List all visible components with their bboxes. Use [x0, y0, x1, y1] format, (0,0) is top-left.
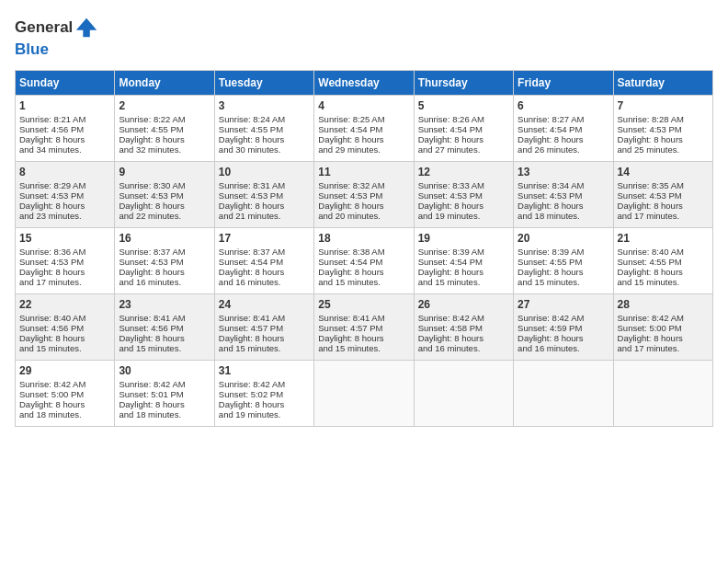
day-number: 3 [219, 99, 310, 112]
day-number: 8 [19, 166, 110, 178]
day-info-line: and 16 minutes. [219, 277, 310, 287]
day-info-line: Sunrise: 8:42 AM [518, 313, 609, 323]
day-info-line: Sunrise: 8:32 AM [318, 180, 409, 190]
day-info-line: Sunset: 4:55 PM [119, 124, 210, 134]
day-info-line: and 29 minutes. [318, 144, 409, 155]
day-number: 1 [19, 99, 110, 112]
day-number: 9 [119, 166, 210, 178]
header: General Blue [15, 15, 713, 59]
day-number: 15 [19, 232, 110, 245]
calendar-cell: 30Sunrise: 8:42 AMSunset: 5:01 PMDayligh… [115, 360, 214, 426]
day-info-line: Daylight: 8 hours [318, 134, 409, 144]
day-info-line: Sunset: 5:00 PM [19, 389, 110, 399]
calendar-cell: 25Sunrise: 8:41 AMSunset: 4:57 PMDayligh… [314, 293, 414, 360]
day-info-line: and 23 minutes. [19, 211, 110, 221]
day-info-line: Sunset: 4:54 PM [418, 124, 509, 134]
day-info-line: Sunset: 4:57 PM [318, 323, 409, 333]
calendar-cell: 11Sunrise: 8:32 AMSunset: 4:53 PMDayligh… [314, 161, 414, 227]
day-info-line: Sunrise: 8:37 AM [219, 247, 310, 257]
calendar-cell: 26Sunrise: 8:42 AMSunset: 4:58 PMDayligh… [414, 293, 513, 360]
day-number: 14 [618, 166, 709, 178]
calendar-cell: 4Sunrise: 8:25 AMSunset: 4:54 PMDaylight… [314, 95, 414, 161]
calendar-week-3: 15Sunrise: 8:36 AMSunset: 4:53 PMDayligh… [16, 227, 713, 293]
day-info-line: Sunrise: 8:38 AM [318, 247, 409, 257]
day-info-line: Sunrise: 8:34 AM [518, 180, 609, 190]
day-number: 31 [219, 364, 310, 377]
day-info-line: Daylight: 8 hours [19, 267, 110, 277]
day-info-line: Sunrise: 8:42 AM [19, 379, 110, 389]
day-number: 2 [119, 99, 210, 112]
day-info-line: and 15 minutes. [418, 277, 509, 287]
day-info-line: and 20 minutes. [318, 211, 409, 221]
day-info-line: Sunset: 4:53 PM [119, 257, 210, 267]
day-number: 27 [518, 298, 609, 311]
calendar-body: 1Sunrise: 8:21 AMSunset: 4:56 PMDaylight… [16, 95, 713, 426]
calendar-week-5: 29Sunrise: 8:42 AMSunset: 5:00 PMDayligh… [16, 360, 713, 426]
calendar-cell: 21Sunrise: 8:40 AMSunset: 4:55 PMDayligh… [613, 227, 712, 293]
day-info-line: Sunset: 4:59 PM [518, 323, 609, 333]
header-cell-friday: Friday [514, 70, 613, 95]
day-info-line: Daylight: 8 hours [518, 333, 609, 343]
day-info-line: and 15 minutes. [119, 343, 210, 353]
day-info-line: Sunset: 4:54 PM [219, 257, 310, 267]
day-info-line: Daylight: 8 hours [219, 201, 310, 211]
calendar-cell: 12Sunrise: 8:33 AMSunset: 4:53 PMDayligh… [414, 161, 513, 227]
day-number: 19 [418, 232, 509, 245]
day-info-line: and 32 minutes. [119, 144, 210, 155]
calendar-header-row: SundayMondayTuesdayWednesdayThursdayFrid… [16, 70, 713, 95]
calendar-container: General Blue SundayMondayTuesdayWednesda… [0, 0, 728, 434]
day-info-line: Sunset: 4:53 PM [618, 190, 709, 201]
day-info-line: and 17 minutes. [618, 343, 709, 353]
day-info-line: Daylight: 8 hours [19, 201, 110, 211]
logo-general: General [15, 18, 73, 36]
day-info-line: and 17 minutes. [618, 211, 709, 221]
day-info-line: and 30 minutes. [219, 144, 310, 155]
day-number: 10 [219, 166, 310, 178]
day-info-line: and 18 minutes. [518, 211, 609, 221]
day-info-line: Sunset: 4:53 PM [418, 190, 509, 201]
day-info-line: and 22 minutes. [119, 211, 210, 221]
day-info-line: Daylight: 8 hours [119, 333, 210, 343]
day-info-line: and 26 minutes. [518, 144, 609, 155]
day-info-line: Daylight: 8 hours [518, 201, 609, 211]
day-info-line: Daylight: 8 hours [618, 201, 709, 211]
logo-icon [74, 15, 100, 40]
calendar-cell: 10Sunrise: 8:31 AMSunset: 4:53 PMDayligh… [214, 161, 313, 227]
day-info-line: Daylight: 8 hours [618, 134, 709, 144]
day-info-line: Sunrise: 8:29 AM [19, 180, 110, 190]
day-info-line: Sunrise: 8:35 AM [618, 180, 709, 190]
day-info-line: Daylight: 8 hours [418, 267, 509, 277]
day-number: 24 [219, 298, 310, 311]
day-info-line: Sunrise: 8:42 AM [219, 379, 310, 389]
calendar-cell: 14Sunrise: 8:35 AMSunset: 4:53 PMDayligh… [613, 161, 712, 227]
calendar-cell: 15Sunrise: 8:36 AMSunset: 4:53 PMDayligh… [16, 227, 115, 293]
day-info-line: and 15 minutes. [219, 343, 310, 353]
calendar-cell: 28Sunrise: 8:42 AMSunset: 5:00 PMDayligh… [613, 293, 712, 360]
day-info-line: Sunrise: 8:24 AM [219, 114, 310, 124]
day-info-line: Sunset: 4:53 PM [19, 257, 110, 267]
day-info-line: and 19 minutes. [219, 409, 310, 419]
calendar-cell: 29Sunrise: 8:42 AMSunset: 5:00 PMDayligh… [16, 360, 115, 426]
day-number: 18 [318, 232, 409, 245]
day-number: 25 [318, 298, 409, 311]
calendar-cell: 22Sunrise: 8:40 AMSunset: 4:56 PMDayligh… [16, 293, 115, 360]
day-info-line: Sunset: 5:02 PM [219, 389, 310, 399]
day-info-line: Sunrise: 8:41 AM [219, 313, 310, 323]
day-number: 5 [418, 99, 509, 112]
day-info-line: Sunset: 4:53 PM [119, 190, 210, 201]
day-info-line: Daylight: 8 hours [518, 267, 609, 277]
day-info-line: Daylight: 8 hours [318, 201, 409, 211]
day-info-line: Daylight: 8 hours [119, 134, 210, 144]
day-info-line: Sunrise: 8:36 AM [19, 247, 110, 257]
calendar-cell [613, 360, 712, 426]
day-number: 20 [518, 232, 609, 245]
day-info-line: Sunset: 5:00 PM [618, 323, 709, 333]
day-info-line: Daylight: 8 hours [219, 333, 310, 343]
day-info-line: and 15 minutes. [518, 277, 609, 287]
day-info-line: Sunrise: 8:40 AM [618, 247, 709, 257]
calendar-cell: 7Sunrise: 8:28 AMSunset: 4:53 PMDaylight… [613, 95, 712, 161]
day-number: 16 [119, 232, 210, 245]
day-number: 30 [119, 364, 210, 377]
day-info-line: and 16 minutes. [518, 343, 609, 353]
calendar-week-1: 1Sunrise: 8:21 AMSunset: 4:56 PMDaylight… [16, 95, 713, 161]
